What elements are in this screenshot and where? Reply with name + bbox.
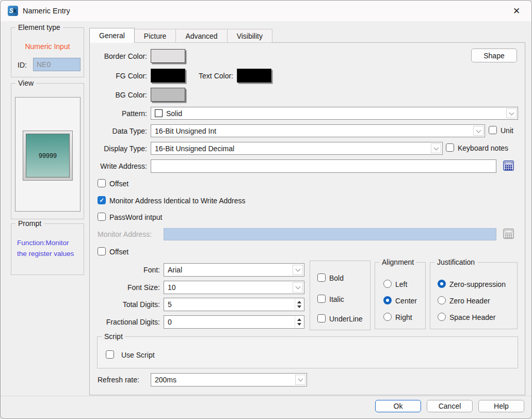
pattern-swatch xyxy=(155,109,163,117)
underline-checkbox[interactable] xyxy=(317,314,326,323)
bold-label: Bold xyxy=(329,274,344,282)
tab-visibility[interactable]: Visibility xyxy=(228,29,272,43)
shape-button[interactable]: Shape xyxy=(471,49,517,62)
align-left-label: Left xyxy=(395,280,407,288)
align-right-label: Right xyxy=(395,313,412,321)
font-select[interactable]: Arial xyxy=(164,263,304,277)
general-tab-page: Shape Border Color: FG Color: Text Color… xyxy=(89,42,525,395)
ok-button[interactable]: Ok xyxy=(375,400,421,412)
write-address-input[interactable] xyxy=(151,159,496,173)
chevron-down-icon xyxy=(293,265,303,275)
prompt-text: Function:Monitor the register values xyxy=(17,237,80,259)
script-legend: Script xyxy=(102,332,125,341)
zero-header-radio[interactable] xyxy=(438,296,446,304)
chevron-down-icon xyxy=(431,143,441,153)
monitor-identical-label: Monitor Address Identical to Write Addre… xyxy=(109,197,246,205)
space-header-label: Space Header xyxy=(449,313,496,321)
zero-suppression-radio[interactable] xyxy=(438,280,446,288)
data-type-select[interactable]: 16-Bit Unsigned Int xyxy=(151,124,485,137)
align-center-radio[interactable] xyxy=(383,296,392,304)
data-type-value: 16-Bit Unsigned Int xyxy=(155,127,216,135)
alignment-legend: Alignment xyxy=(379,258,416,266)
monitor-address-label: Monitor Address: xyxy=(98,230,159,238)
element-type-group: Element type Numeric Input ID: NE0 xyxy=(11,27,84,77)
offset-checkbox-1[interactable] xyxy=(98,179,106,187)
refresh-rate-select[interactable]: 200ms xyxy=(151,373,307,386)
fg-color-swatch[interactable] xyxy=(151,69,185,83)
numeric-widget-value: 99999 xyxy=(26,134,70,178)
text-color-swatch[interactable] xyxy=(237,69,271,83)
align-right-radio[interactable] xyxy=(383,313,392,321)
view-legend: View xyxy=(15,79,36,87)
stepper-arrows-icon[interactable] xyxy=(295,299,303,310)
chevron-down-icon xyxy=(506,108,517,118)
zero-suppression-label: Zero-suppression xyxy=(449,280,506,288)
pattern-label: Pattern: xyxy=(90,109,147,118)
chevron-down-icon xyxy=(295,375,305,385)
fractional-digits-stepper[interactable]: 0 xyxy=(164,315,304,329)
data-type-label: Data Type: xyxy=(90,127,147,135)
view-preview-panel: 99999 xyxy=(15,97,80,212)
unit-checkbox[interactable] xyxy=(489,126,497,134)
numeric-entry-dialog: Sk Nameric Entry ✕ Element type Numeric … xyxy=(0,0,532,419)
address-keypad-icon-disabled xyxy=(503,229,514,239)
password-input-label: PassWord intput xyxy=(109,213,162,221)
refresh-rate-label: Refresh rate: xyxy=(98,376,147,384)
align-left-radio[interactable] xyxy=(383,280,392,288)
fractional-digits-label: Fractional Digits: xyxy=(94,318,160,326)
fractional-digits-value: 0 xyxy=(168,318,172,326)
stepper-arrows-icon[interactable] xyxy=(295,316,303,328)
close-icon[interactable]: ✕ xyxy=(509,4,524,18)
total-digits-label: Total Digits: xyxy=(94,300,160,309)
font-value: Arial xyxy=(168,266,182,274)
display-type-select[interactable]: 16-Bit Unsigned Decimal xyxy=(151,142,443,155)
cancel-button[interactable]: Cancel xyxy=(427,400,473,412)
offset-checkbox-2[interactable] xyxy=(98,247,106,255)
justification-group: Justification Zero-suppression Zero Head… xyxy=(430,262,518,329)
justification-legend: Justification xyxy=(434,258,477,266)
tab-bar: General Picture Advanced Visibility xyxy=(89,28,272,43)
italic-label: Italic xyxy=(329,295,344,303)
use-script-checkbox[interactable] xyxy=(106,350,114,359)
element-type-name: Numeric Input xyxy=(11,42,84,51)
chevron-down-icon xyxy=(473,126,483,136)
unit-label: Unit xyxy=(501,126,513,135)
zero-header-label: Zero Header xyxy=(449,297,490,305)
tab-picture[interactable]: Picture xyxy=(135,29,176,43)
fg-color-label: FG Color: xyxy=(90,72,147,80)
bg-color-swatch[interactable] xyxy=(151,88,185,102)
bold-checkbox[interactable] xyxy=(317,273,326,282)
offset-label-1: Offset xyxy=(109,180,128,188)
offset-label-2: Offset xyxy=(109,248,128,256)
display-type-label: Display Type: xyxy=(90,144,147,153)
window-title: Nameric Entry xyxy=(23,7,70,15)
app-icon: Sk xyxy=(8,6,18,16)
alignment-group: Alignment Left Center Right xyxy=(375,262,426,329)
view-group: View 99999 xyxy=(11,83,84,219)
display-type-value: 16-Bit Unsigned Decimal xyxy=(155,144,234,153)
password-input-checkbox[interactable] xyxy=(98,213,106,221)
pattern-select[interactable]: Solid xyxy=(151,107,518,120)
font-style-group: Bold Italic UnderLine xyxy=(310,261,370,330)
write-address-label: Write Address: xyxy=(90,162,147,170)
border-color-swatch[interactable] xyxy=(151,49,185,63)
font-label: Font: xyxy=(94,266,160,274)
total-digits-stepper[interactable]: 5 xyxy=(164,298,304,311)
prompt-group: Prompt Function:Monitor the register val… xyxy=(11,223,84,275)
address-keypad-icon[interactable] xyxy=(503,160,514,171)
element-type-legend: Element type xyxy=(15,23,63,31)
space-header-radio[interactable] xyxy=(438,313,446,321)
help-button[interactable]: Help xyxy=(478,400,524,412)
numeric-widget-preview: 99999 xyxy=(23,131,73,181)
keyboard-notes-checkbox[interactable] xyxy=(446,143,454,152)
align-center-label: Center xyxy=(395,297,417,305)
use-script-label: Use Script xyxy=(121,351,155,359)
underline-label: UnderLine xyxy=(329,315,363,323)
refresh-rate-value: 200ms xyxy=(155,376,176,384)
tab-advanced[interactable]: Advanced xyxy=(176,29,227,43)
bg-color-label: BG Color: xyxy=(90,91,147,99)
monitor-identical-checkbox[interactable] xyxy=(98,196,106,204)
font-size-select[interactable]: 10 xyxy=(164,281,304,294)
italic-checkbox[interactable] xyxy=(317,295,326,303)
tab-general[interactable]: General xyxy=(89,28,135,43)
